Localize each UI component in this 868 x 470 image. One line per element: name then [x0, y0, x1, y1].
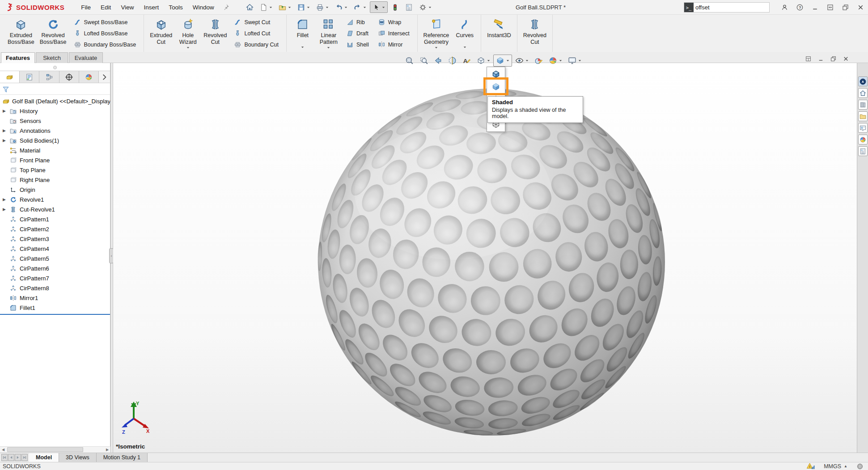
tree-item-cirpattern1[interactable]: CirPattern1 — [0, 214, 110, 224]
rebuild-button[interactable] — [389, 1, 402, 13]
panel-horizontal-scrollbar[interactable]: ◀ ▶ — [0, 446, 110, 453]
caret-down-icon[interactable] — [186, 46, 190, 50]
help-button[interactable] — [796, 4, 804, 11]
caret-down-icon[interactable] — [487, 59, 491, 63]
ribbon-reference-geometry-button[interactable]: Reference Geometry — [421, 16, 452, 51]
dynamic-annotation-views-button[interactable] — [460, 55, 474, 67]
pane-tab-dimxpertmanager[interactable] — [59, 71, 79, 83]
view-orientation-button[interactable] — [474, 55, 493, 67]
apply-scene-button[interactable] — [546, 55, 565, 67]
caret-down-icon[interactable] — [301, 45, 305, 49]
tree-item-cirpattern4[interactable]: CirPattern4 — [0, 244, 110, 254]
doc-minimize-button[interactable] — [817, 55, 824, 62]
menu-window[interactable]: Window — [188, 0, 219, 15]
zoom-to-fit-button[interactable] — [402, 55, 416, 67]
tree-item-right-plane[interactable]: Right Plane — [0, 175, 110, 185]
ribbon-mirror-button[interactable]: Mirror — [376, 40, 411, 49]
display-style-shaded[interactable] — [487, 80, 505, 93]
previous-tab-button[interactable] — [8, 454, 14, 461]
home-button[interactable] — [243, 1, 256, 13]
scroll-right-button[interactable]: ▶ — [104, 447, 110, 453]
expand-arrow-icon[interactable]: ▶ — [3, 197, 9, 202]
caret-down-icon[interactable] — [306, 5, 310, 9]
caret-down-icon[interactable] — [381, 5, 385, 9]
open-document-button[interactable] — [276, 1, 294, 13]
pin-icon[interactable] — [222, 3, 230, 11]
caret-down-icon[interactable] — [434, 46, 438, 50]
performance-icon[interactable] — [806, 462, 815, 470]
login-button[interactable] — [781, 4, 788, 11]
tree-item-solid-bodies-1[interactable]: ▶Solid Bodies(1) — [0, 135, 110, 145]
last-tab-button[interactable] — [21, 454, 28, 461]
tree-item-cirpattern5[interactable]: CirPattern5 — [0, 254, 110, 263]
ribbon-lofted-boss-base-button[interactable]: Lofted Boss/Base — [72, 29, 138, 38]
tree-filter-row[interactable] — [0, 84, 110, 95]
ribbon-shell-button[interactable]: Shell — [344, 40, 371, 49]
window-close-button[interactable] — [857, 4, 864, 11]
window-resize-button[interactable] — [826, 4, 834, 11]
tree-item-revolve1[interactable]: ▶Revolve1 — [0, 195, 110, 204]
caret-down-icon[interactable] — [578, 59, 582, 63]
ribbon-rib-button[interactable]: Rib — [344, 17, 371, 27]
tree-item-cut-revolve1[interactable]: ▶Cut-Revolve1 — [0, 204, 110, 214]
tree-item-mirror1[interactable]: Mirror1 — [0, 293, 110, 303]
filter-icon[interactable] — [2, 85, 10, 93]
menu-view[interactable]: View — [116, 0, 139, 15]
options-button[interactable] — [416, 1, 434, 13]
ribbon-boundary-boss-base-button[interactable]: Boundary Boss/Base — [72, 40, 138, 49]
ribbon-draft-button[interactable]: Draft — [344, 29, 371, 38]
tab-sketch[interactable]: Sketch — [36, 52, 68, 63]
ribbon-revolved-cut-button[interactable]: Revolved Cut — [521, 16, 549, 51]
hide-show-items-button[interactable] — [512, 55, 531, 67]
file-explorer-button[interactable] — [858, 111, 868, 121]
tree-item-cirpattern8[interactable]: CirPattern8 — [0, 283, 110, 293]
ribbon-fillet-button[interactable]: Fillet — [290, 16, 316, 51]
caret-down-icon[interactable] — [363, 5, 367, 9]
search-input[interactable] — [694, 4, 776, 11]
unit-system[interactable]: MMGS ▲ — [824, 463, 847, 470]
tree-item-top-plane[interactable]: Top Plane — [0, 165, 110, 175]
ribbon-extruded-cut-button[interactable]: Extruded Cut — [147, 16, 175, 51]
tree-item-front-plane[interactable]: Front Plane — [0, 155, 110, 165]
design-library-button[interactable] — [858, 100, 868, 110]
pane-handle[interactable] — [53, 66, 57, 69]
tree-item-cirpattern2[interactable]: CirPattern2 — [0, 224, 110, 234]
tree-item-cirpattern7[interactable]: CirPattern7 — [0, 273, 110, 283]
scrollbar-thumb[interactable] — [7, 447, 83, 452]
ribbon-instant3d-button[interactable]: Instant3D — [484, 16, 514, 51]
display-style-shaded-with-edges[interactable] — [487, 68, 505, 80]
expand-arrow-icon[interactable]: ▶ — [3, 138, 9, 143]
caret-down-icon[interactable] — [559, 59, 563, 63]
pane-tab-featuremanager-tree[interactable] — [0, 71, 20, 83]
ribbon-extruded-boss-base-button[interactable]: Extruded Boss/Base — [5, 16, 37, 51]
tree-item-root[interactable]: Golf Ball (Default) <<Default>_Display S… — [0, 96, 110, 106]
pane-tab-propertymanager[interactable] — [20, 71, 39, 83]
tree-item-fillet1[interactable]: Fillet1 — [0, 303, 110, 313]
save-button[interactable] — [295, 1, 313, 13]
doc-tab-model[interactable]: Model — [29, 453, 59, 462]
view-palette-button[interactable] — [858, 123, 868, 133]
expand-arrow-icon[interactable]: ▶ — [3, 128, 9, 133]
caret-down-icon[interactable] — [506, 59, 510, 63]
ribbon-wrap-button[interactable]: Wrap — [376, 17, 411, 27]
doc-tab-3d-views[interactable]: 3D Views — [59, 453, 97, 462]
view-settings-button[interactable] — [565, 55, 584, 67]
caret-down-icon[interactable] — [344, 5, 348, 9]
home-tab-button[interactable] — [858, 88, 868, 98]
doc-tab-motion-study-1[interactable]: Motion Study 1 — [97, 453, 148, 462]
custom-properties-button[interactable] — [858, 146, 868, 156]
tags-icon[interactable] — [856, 463, 864, 470]
ribbon-swept-cut-button[interactable]: Swept Cut — [232, 17, 280, 27]
doc-close-button[interactable] — [843, 55, 849, 62]
ribbon-intersect-button[interactable]: Intersect — [376, 29, 411, 38]
new-document-button[interactable] — [257, 1, 275, 13]
menu-file[interactable]: File — [76, 0, 96, 15]
section-view-button[interactable] — [445, 55, 459, 67]
scroll-left-button[interactable]: ◀ — [0, 447, 6, 453]
search-commands-icon[interactable] — [684, 3, 694, 12]
select-button[interactable] — [370, 1, 388, 13]
ribbon-lofted-cut-button[interactable]: Lofted Cut — [232, 29, 280, 38]
caret-down-icon[interactable] — [428, 5, 432, 9]
tree-item-cirpattern6[interactable]: CirPattern6 — [0, 263, 110, 273]
window-restore-button[interactable] — [842, 4, 849, 11]
